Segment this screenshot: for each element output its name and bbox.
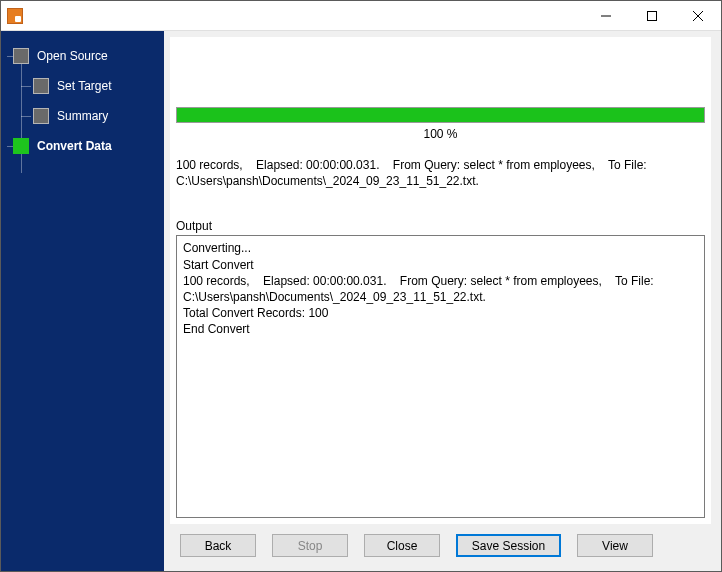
progress-label: 100 % — [176, 127, 705, 141]
nav-item-summary[interactable]: Summary — [1, 101, 164, 131]
step-box-icon — [33, 78, 49, 94]
maximize-button[interactable] — [629, 1, 675, 30]
button-row: Back Stop Close Save Session View — [164, 524, 721, 571]
step-box-icon — [13, 138, 29, 154]
body: Open Source Set Target Summary Convert D… — [1, 31, 721, 571]
close-button[interactable]: Close — [364, 534, 440, 557]
status-text: 100 records, Elapsed: 00:00:00.031. From… — [170, 141, 711, 189]
stop-button[interactable]: Stop — [272, 534, 348, 557]
output-label: Output — [170, 189, 711, 235]
app-window: Open Source Set Target Summary Convert D… — [0, 0, 722, 572]
view-button[interactable]: View — [577, 534, 653, 557]
app-icon — [7, 8, 23, 24]
nav-item-open-source[interactable]: Open Source — [1, 41, 164, 71]
nav-item-set-target[interactable]: Set Target — [1, 71, 164, 101]
window-controls — [583, 1, 721, 30]
close-window-button[interactable] — [675, 1, 721, 30]
close-icon — [693, 11, 703, 21]
nav-label: Set Target — [57, 79, 111, 93]
back-button[interactable]: Back — [180, 534, 256, 557]
content-panel: 100 % 100 records, Elapsed: 00:00:00.031… — [170, 37, 711, 524]
nav-label: Convert Data — [37, 139, 112, 153]
content-area: 100 % 100 records, Elapsed: 00:00:00.031… — [164, 31, 721, 571]
nav-label: Open Source — [37, 49, 108, 63]
step-box-icon — [13, 48, 29, 64]
output-textarea[interactable]: Converting... Start Convert 100 records,… — [176, 235, 705, 518]
step-box-icon — [33, 108, 49, 124]
minimize-icon — [601, 11, 611, 21]
svg-rect-1 — [648, 11, 657, 20]
maximize-icon — [647, 11, 657, 21]
progress-section: 100 % — [170, 107, 711, 141]
progress-bar — [176, 107, 705, 123]
titlebar — [1, 1, 721, 31]
nav-item-convert-data[interactable]: Convert Data — [1, 131, 164, 161]
nav-label: Summary — [57, 109, 108, 123]
save-session-button[interactable]: Save Session — [456, 534, 561, 557]
minimize-button[interactable] — [583, 1, 629, 30]
sidebar: Open Source Set Target Summary Convert D… — [1, 31, 164, 571]
